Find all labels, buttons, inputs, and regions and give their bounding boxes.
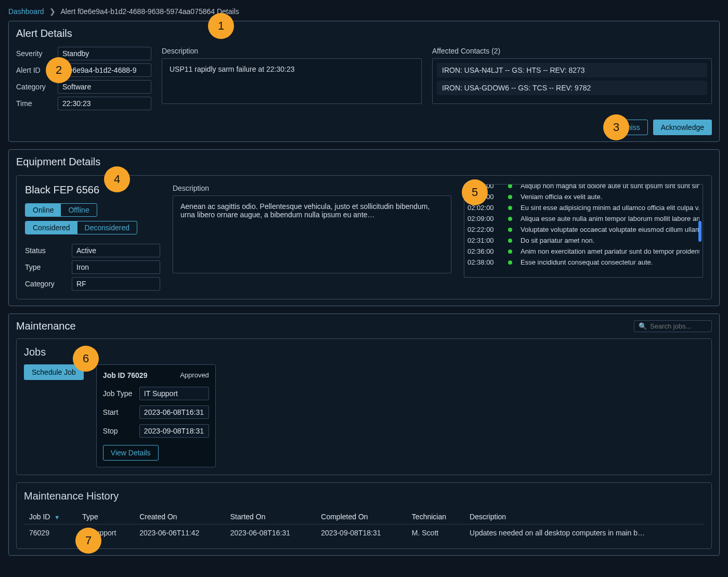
col-completed[interactable]: Completed On xyxy=(316,509,407,524)
cell-desc: Updates needed on all desktop computers … xyxy=(464,524,704,542)
search-input[interactable] xyxy=(650,322,707,330)
alert-panel-title: Alert Details xyxy=(16,28,712,40)
log-msg: Voluptate voluptate occaecat voluptate e… xyxy=(521,226,699,233)
log-row: 02:36:00 Anim non exercitation amet pari… xyxy=(467,246,699,257)
history-title: Maintenance History xyxy=(24,490,704,502)
equip-type-label: Type xyxy=(25,263,72,271)
col-job-id-label: Job ID xyxy=(29,513,50,521)
history-table: Job ID ▼ Type Created On Started On Comp… xyxy=(24,509,704,541)
annotation-7: 7 xyxy=(75,528,101,554)
cell-completed: 2023-09-08T18:31 xyxy=(316,524,407,542)
search-input-wrapper[interactable]: 🔍 xyxy=(634,320,712,332)
breadcrumb-current: Alert f0e6e9a4-b1d2-4688-9638-5974aa0758… xyxy=(61,7,239,16)
equip-category-field[interactable]: RF xyxy=(72,277,160,291)
online-offline-segment[interactable]: Online Offline xyxy=(25,203,97,217)
category-field[interactable]: Software xyxy=(58,80,151,94)
col-technician[interactable]: Technician xyxy=(407,509,464,524)
log-msg: Veniam officia ex velit aute. xyxy=(521,193,699,201)
log-row: 02:38:00 Esse incididunt consequat conse… xyxy=(467,257,699,268)
maintenance-title: Maintenance xyxy=(16,320,76,332)
event-log[interactable]: 01:59:00 Aliquip non magna sit dolore au… xyxy=(464,184,703,278)
annotation-5: 5 xyxy=(462,179,488,205)
affected-contacts-box: IRON: USA-N4LJT -- GS: HTS -- REV: 8273 … xyxy=(432,58,712,104)
col-created[interactable]: Created On xyxy=(134,509,225,524)
annotation-3: 3 xyxy=(603,114,629,140)
equipment-panel-title: Equipment Details xyxy=(16,156,712,168)
equipment-name: Black FEP 6566 xyxy=(25,184,160,196)
log-time: 02:38:00 xyxy=(467,258,505,266)
seg-offline[interactable]: Offline xyxy=(61,204,96,216)
scrollbar-thumb[interactable] xyxy=(698,221,701,242)
col-started[interactable]: Started On xyxy=(225,509,316,524)
log-msg: Do sit pariatur amet non. xyxy=(521,237,699,244)
jobs-panel: Jobs Schedule Job Job ID 76029 Approved … xyxy=(16,338,712,475)
description-label: Description xyxy=(162,47,422,55)
search-icon: 🔍 xyxy=(639,322,647,330)
severity-field[interactable]: Standby xyxy=(58,47,151,60)
annotation-4: 4 xyxy=(104,166,130,192)
severity-label: Severity xyxy=(16,49,58,58)
annotation-2: 2 xyxy=(46,57,72,83)
job-card: Job ID 76029 Approved Job Type IT Suppor… xyxy=(96,364,216,467)
log-row: 02:09:00 Aliqua esse aute nulla anim tem… xyxy=(467,213,699,224)
annotation-6: 6 xyxy=(73,346,99,372)
log-msg: Aliquip non magna sit dolore aute ut sun… xyxy=(521,184,699,190)
log-row: 02:31:00 Do sit pariatur amet non. xyxy=(467,235,699,246)
job-type-field[interactable]: IT Support xyxy=(139,387,209,400)
alert-description[interactable]: USP11 rapidly sarm failure at 22:30:23 xyxy=(162,58,422,104)
status-dot-icon xyxy=(508,239,512,243)
view-details-button[interactable]: View Details xyxy=(103,445,159,461)
job-start-field[interactable]: 2023-06-08T16:31 xyxy=(139,405,209,419)
breadcrumb-root[interactable]: Dashboard xyxy=(8,7,44,16)
status-dot-icon xyxy=(508,250,512,254)
status-dot-icon xyxy=(508,260,512,265)
cell-job-id: 76029 xyxy=(24,524,77,542)
job-stop-field[interactable]: 2023-09-08T18:31 xyxy=(139,424,209,438)
time-field[interactable]: 22:30:23 xyxy=(58,97,151,110)
log-time: 02:36:00 xyxy=(467,247,505,255)
status-dot-icon xyxy=(508,184,512,188)
col-job-id[interactable]: Job ID ▼ xyxy=(24,509,77,524)
job-status: Approved xyxy=(180,371,209,379)
equip-status-field[interactable]: Active xyxy=(72,244,160,257)
job-stop-label: Stop xyxy=(103,427,139,435)
time-label: Time xyxy=(16,99,58,108)
chevron-right-icon: ❯ xyxy=(49,7,56,16)
contact-item-1[interactable]: IRON: USA-GDOW6 -- GS: TCS -- REV: 9782 xyxy=(437,81,707,95)
jobs-title: Jobs xyxy=(24,346,704,358)
log-time: 02:09:00 xyxy=(467,215,505,222)
col-type[interactable]: Type xyxy=(77,509,134,524)
log-msg: Eu sint esse adipisicing minim ad ullamc… xyxy=(521,204,699,212)
log-row: 02:02:00 Eu sint esse adipisicing minim … xyxy=(467,202,699,213)
job-type-label: Job Type xyxy=(103,389,139,398)
cell-technician: M. Scott xyxy=(407,524,464,542)
schedule-job-button[interactable]: Schedule Job xyxy=(24,364,84,380)
equip-description[interactable]: Aenean ac sagittis odio. Pellentesque ve… xyxy=(173,195,451,273)
equip-type-field[interactable]: Iron xyxy=(72,260,160,274)
log-msg: Anim non exercitation amet pariatur sunt… xyxy=(521,247,699,255)
log-time: 02:31:00 xyxy=(467,237,505,244)
contact-item-0[interactable]: IRON: USA-N4LJT -- GS: HTS -- REV: 8273 xyxy=(437,63,707,77)
col-description[interactable]: Description xyxy=(464,509,704,524)
maintenance-panel: Maintenance 🔍 Jobs Schedule Job Job ID 7… xyxy=(8,313,720,556)
log-row: 01:59:00 Aliquip non magna sit dolore au… xyxy=(467,184,699,191)
log-time: 02:22:00 xyxy=(467,226,505,233)
log-row: 02:22:00 Voluptate voluptate occaecat vo… xyxy=(467,224,699,235)
seg-online[interactable]: Online xyxy=(25,204,61,216)
sort-desc-icon: ▼ xyxy=(54,514,60,520)
status-dot-icon xyxy=(508,195,512,199)
seg-deconsidered[interactable]: Deconsidered xyxy=(77,221,137,234)
seg-considered[interactable]: Considered xyxy=(25,221,77,234)
table-row[interactable]: 76029 IT Support 2023-06-06T11:42 2023-0… xyxy=(24,524,704,542)
maintenance-history-panel: Maintenance History Job ID ▼ Type Create… xyxy=(16,482,712,549)
log-msg: Aliqua esse aute nulla anim tempor labor… xyxy=(521,215,699,222)
job-id: Job ID 76029 xyxy=(103,371,148,379)
log-row: 02:00:00 Veniam officia ex velit aute. xyxy=(467,191,699,202)
alert-id-field[interactable]: f0e6e9a4-b1d2-4688-9 xyxy=(58,63,151,77)
cell-started: 2023-06-08T16:31 xyxy=(225,524,316,542)
acknowledge-button[interactable]: Acknowledge xyxy=(653,120,712,135)
considered-segment[interactable]: Considered Deconsidered xyxy=(25,221,137,234)
equip-desc-label: Description xyxy=(173,184,451,192)
breadcrumb: Dashboard ❯ Alert f0e6e9a4-b1d2-4688-963… xyxy=(4,6,724,21)
status-dot-icon xyxy=(508,206,512,210)
